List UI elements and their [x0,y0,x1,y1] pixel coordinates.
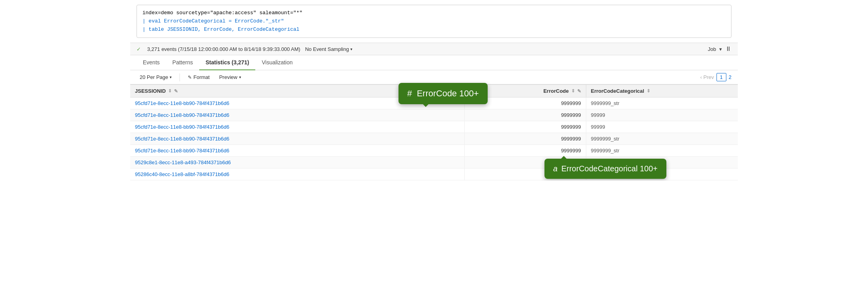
cell-categorical: 9999999_str [586,145,738,157]
cell-errorcode: 9999999 [464,121,586,133]
errorcode-edit-icon[interactable]: ✎ [577,88,581,94]
per-page-button[interactable]: 20 Per Page ▾ [137,73,175,82]
col-header-categorical: ErrorCodeCategorical ⇕ [586,85,738,98]
tab-events[interactable]: Events [137,55,166,70]
toolbar: 20 Per Page ▾ ✎ Format Preview ▾ ‹ Prev … [130,70,738,84]
jsessionid-edit-icon[interactable]: ✎ [174,88,178,94]
check-icon: ✓ [137,46,141,52]
pause-button[interactable]: ⏸ [725,45,731,52]
cell-categorical: 99999 [586,121,738,133]
sampling-dropdown[interactable]: No Event Sampling ▾ [305,46,352,52]
categorical-tooltip-count: 100+ [640,164,658,173]
tooltip-errorcode: # ErrorCode 100+ [398,83,488,104]
cell-jsessionid[interactable]: 95cfd71e-8ecc-11e8-bb90-784f4371b6d6 [130,133,464,145]
per-page-label: 20 Per Page [140,74,168,80]
job-button-group: Job ▾ ⏸ [708,45,731,52]
prev-button[interactable]: ‹ Prev [700,74,714,80]
preview-caret-icon: ▾ [239,75,241,79]
table-row: 95cfd71e-8ecc-11e8-bb90-784f4371b6d69999… [130,121,738,133]
job-label[interactable]: Job [708,46,716,52]
cell-errorcode: 9999999 [464,109,586,121]
cell-categorical: 9999999_str [586,133,738,145]
search-line-1: index=demo sourcetype="apache:access" sa… [142,9,726,17]
errorcode-tooltip-count: 100+ [459,88,479,98]
per-page-caret-icon: ▾ [170,75,172,79]
categorical-tooltip-field: ErrorCodeCategorical [561,164,638,173]
jsessionid-sort-icon[interactable]: ⇕ [168,88,172,94]
cell-jsessionid[interactable]: 95cfd71e-8ecc-11e8-bb90-784f4371b6d6 [130,121,464,133]
tab-statistics[interactable]: Statistics (3,271) [199,55,256,70]
search-bar[interactable]: index=demo sourcetype="apache:access" sa… [137,5,731,38]
col-jsessionid-label: JSESSIONID [135,88,166,94]
tab-visualization[interactable]: Visualization [255,55,299,70]
pencil-icon: ✎ [188,75,192,80]
page-1-button[interactable]: 1 [716,73,726,81]
errorcode-sort-icon[interactable]: ⇕ [571,88,575,94]
categorical-italic-icon: a [553,164,557,173]
cell-jsessionid[interactable]: 9529c8e1-8ecc-11e8-a493-784f4371b6d6 [130,157,464,169]
cell-categorical: 9999999_str [586,98,738,109]
tab-patterns[interactable]: Patterns [166,55,199,70]
search-command-eval: | eval ErrorCodeCategorical = ErrorCode.… [142,18,284,24]
table-row: 95cfd71e-8ecc-11e8-bb90-784f4371b6d69999… [130,109,738,121]
search-command-table: | table JSESSIONID, ErrorCode, ErrorCode… [142,26,299,32]
page-2-button[interactable]: 2 [729,74,731,80]
table-row: 95cfd71e-8ecc-11e8-bb90-784f4371b6d69999… [130,145,738,157]
preview-button[interactable]: Preview ▾ [216,73,244,82]
col-errorcode-label: ErrorCode [543,88,569,94]
format-label: Format [193,74,210,80]
toolbar-separator-1 [180,73,180,81]
cell-errorcode: 9999999 [464,133,586,145]
search-keyword: index=demo sourcetype="apache:access" sa… [142,10,303,16]
preview-label: Preview [219,74,237,80]
search-line-3: | table JSESSIONID, ErrorCode, ErrorCode… [142,26,726,34]
format-button[interactable]: ✎ Format [185,73,213,82]
cell-jsessionid[interactable]: 95cfd71e-8ecc-11e8-bb90-784f4371b6d6 [130,145,464,157]
table-row: 95cfd71e-8ecc-11e8-bb90-784f4371b6d69999… [130,133,738,145]
job-caret-icon: ▾ [719,46,722,52]
cell-errorcode: 9999999 [464,145,586,157]
cell-jsessionid[interactable]: 95cfd71e-8ecc-11e8-bb90-784f4371b6d6 [130,109,464,121]
pagination: ‹ Prev 1 2 [700,73,731,81]
sampling-label: No Event Sampling [305,46,349,52]
col-categorical-label: ErrorCodeCategorical [591,88,644,94]
categorical-sort-icon[interactable]: ⇕ [647,88,650,94]
results-count: 3,271 events (7/15/18 12:00:00.000 AM to… [147,46,300,52]
tooltip-categorical: a ErrorCodeCategorical 100+ [544,159,666,179]
search-line-2: | eval ErrorCodeCategorical = ErrorCode.… [142,17,726,26]
errorcode-hash-icon: # [407,88,412,98]
cell-categorical: 99999 [586,109,738,121]
errorcode-tooltip-field: ErrorCode [417,88,456,98]
results-bar: ✓ 3,271 events (7/15/18 12:00:00.000 AM … [130,43,738,55]
cell-jsessionid[interactable]: 95286c40-8ecc-11e8-a8bf-784f4371b6d6 [130,169,464,180]
sampling-caret-icon: ▾ [350,47,352,51]
tabs-bar: Events Patterns Statistics (3,271) Visua… [130,55,738,70]
main-container: index=demo sourcetype="apache:access" sa… [130,5,738,180]
